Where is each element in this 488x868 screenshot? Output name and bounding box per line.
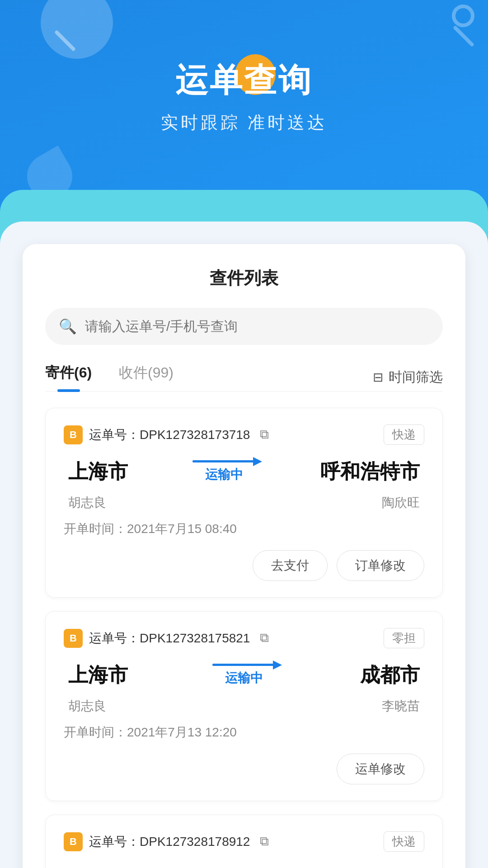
order-icon-3: B (64, 832, 83, 851)
card-header-3: B 运单号：DPK127328178912 ⧉ 快递 (64, 831, 424, 852)
to-person-2: 李晓苗 (382, 698, 420, 715)
card-header-left-1: B 运单号：DPK127328173718 ⧉ (64, 425, 269, 444)
copy-icon-2[interactable]: ⧉ (260, 631, 269, 646)
route-row-2: 上海市 运输中 成都市 (64, 662, 424, 689)
tag-badge-1: 快递 (384, 425, 424, 445)
tab-send[interactable]: 寄件(6) (45, 363, 92, 391)
card-header-left-3: B 运单号：DPK127328178912 ⧉ (64, 832, 269, 851)
deco-circle-top-left (41, 0, 113, 59)
card-actions-2: 运单修改 (64, 754, 424, 784)
header-content: 运单查询 实时跟踪 准时送达 (0, 59, 488, 134)
deco-slash-top-right (453, 25, 474, 47)
order-number-3: 运单号：DPK127328178912 (89, 833, 250, 850)
from-city-2: 上海市 (68, 662, 128, 689)
main-card-area: 查件列表 🔍 寄件(6) 收件(99) ⊟ 时间筛选 (0, 222, 488, 868)
header-subtitle: 实时跟踪 准时送达 (0, 111, 488, 134)
from-city-1: 上海市 (68, 458, 128, 485)
shipment-card-3: B 运单号：DPK127328178912 ⧉ 快递 (45, 815, 443, 868)
shipment-card-2: B 运单号：DPK127328175821 ⧉ 零担 上海市 运输中 (45, 611, 443, 801)
search-icon: 🔍 (59, 318, 77, 335)
to-city-2: 成都市 (360, 662, 420, 689)
list-card: 查件列表 🔍 寄件(6) 收件(99) ⊟ 时间筛选 (23, 244, 465, 868)
order-number-1: 运单号：DPK127328173718 (89, 426, 250, 443)
card-actions-1: 去支付 订单修改 (64, 550, 424, 581)
open-time-1: 开单时间：2021年7月15 08:40 (64, 520, 424, 538)
route-arrow-1 (192, 460, 256, 462)
search-bar[interactable]: 🔍 (45, 308, 443, 345)
shipment-card-1: B 运单号：DPK127328173718 ⧉ 快递 上海市 运输中 (45, 408, 443, 598)
card-header-left-2: B 运单号：DPK127328175821 ⧉ (64, 629, 269, 648)
order-number-2: 运单号：DPK127328175821 (89, 630, 250, 647)
route-row-1: 上海市 运输中 呼和浩特市 (64, 458, 424, 485)
to-city-1: 呼和浩特市 (320, 458, 420, 485)
arrow-line-2 (212, 664, 276, 666)
route-names-row-1: 胡志良 陶欣旺 (64, 494, 424, 511)
copy-icon-1[interactable]: ⧉ (260, 427, 269, 442)
route-arrow-2 (212, 664, 276, 666)
header-title: 运单查询 (0, 59, 488, 102)
order-icon-1: B (64, 425, 83, 444)
from-person-1: 胡志良 (68, 494, 106, 511)
list-title: 查件列表 (45, 267, 443, 290)
card-header-1: B 运单号：DPK127328173718 ⧉ 快递 (64, 425, 424, 445)
copy-icon-3[interactable]: ⧉ (260, 834, 269, 849)
route-status-1: 运输中 (205, 466, 243, 483)
search-input[interactable] (85, 319, 429, 334)
tag-badge-3: 快递 (384, 831, 424, 852)
modify-button-1[interactable]: 订单修改 (337, 550, 424, 581)
pay-button-1[interactable]: 去支付 (253, 550, 328, 581)
arrow-line-1 (192, 460, 256, 462)
route-middle-1: 运输中 (128, 460, 320, 483)
open-time-2: 开单时间：2021年7月13 12:20 (64, 724, 424, 741)
page-root: 运单查询 实时跟踪 准时送达 查件列表 🔍 寄件(6) 收件(99) (0, 0, 488, 868)
filter-button[interactable]: ⊟ 时间筛选 (373, 368, 443, 387)
tag-badge-2: 零担 (384, 628, 424, 648)
to-person-1: 陶欣旺 (382, 494, 420, 511)
filter-icon: ⊟ (373, 370, 383, 385)
order-icon-2: B (64, 629, 83, 648)
tabs-row: 寄件(6) 收件(99) ⊟ 时间筛选 (45, 363, 443, 392)
card-header-2: B 运单号：DPK127328175821 ⧉ 零担 (64, 628, 424, 648)
route-status-2: 运输中 (225, 670, 263, 687)
tab-receive[interactable]: 收件(99) (119, 363, 174, 391)
route-middle-2: 运输中 (128, 664, 360, 687)
route-names-row-2: 胡志良 李晓苗 (64, 698, 424, 715)
deco-circle-top-right (452, 5, 474, 27)
from-person-2: 胡志良 (68, 698, 106, 715)
modify-button-2[interactable]: 运单修改 (337, 754, 424, 784)
